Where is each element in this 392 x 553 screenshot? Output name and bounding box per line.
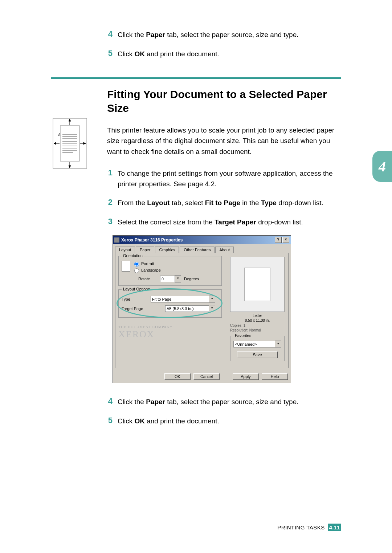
footer-page-badge: 4.11	[328, 524, 341, 531]
dropdown-arrow-icon[interactable]: ▾	[209, 296, 215, 303]
dialog-button-row: OK Cancel Apply Help	[113, 370, 291, 383]
preview-resolution: Resolution: Normal	[230, 328, 285, 332]
dropdown-arrow-icon[interactable]: ▾	[275, 341, 281, 348]
tab-panel-layout: Orientation Portrait Landscape Rotate	[115, 253, 289, 368]
target-page-dropdown[interactable]	[165, 305, 209, 312]
target-page-label: Target Page	[122, 306, 151, 311]
intro-paragraph: This printer feature allows you to scale…	[107, 125, 341, 157]
preview-paper-name: Letter	[230, 313, 285, 318]
fit-to-page-illustration: A	[51, 116, 89, 172]
save-button[interactable]: Save	[237, 351, 278, 358]
rotate-label: Rotate	[138, 277, 160, 281]
cancel-button[interactable]: Cancel	[193, 373, 220, 380]
rotate-unit: Degrees	[184, 277, 199, 281]
group-legend: Orientation	[122, 253, 144, 258]
step-text: To change the print settings from your s…	[118, 168, 341, 189]
orientation-icon	[122, 261, 130, 272]
favorites-group: Favorites ▾ Save	[230, 336, 285, 361]
tab-paper[interactable]: Paper	[136, 247, 154, 253]
preview-page-icon	[244, 268, 270, 301]
step-number: 5	[51, 48, 118, 58]
preview-paper-dim: 8.50 x 11.00 in.	[230, 318, 285, 323]
tab-about[interactable]: About	[215, 247, 234, 253]
rotate-value[interactable]	[160, 276, 175, 282]
properties-dialog: Xerox Phaser 3116 Properties ? × Layout …	[113, 235, 291, 383]
step-number: 2	[51, 197, 118, 207]
group-legend: Favorites	[233, 333, 253, 338]
step-text: Select the correct size from the Target …	[118, 216, 303, 228]
tab-graphics[interactable]: Graphics	[155, 247, 179, 253]
chapter-tab: 4	[372, 151, 392, 182]
xerox-brand: THE DOCUMENT COMPANY XEROX	[118, 325, 222, 340]
footer-section-label: PRINTING TASKS	[277, 524, 325, 530]
step-number: 4	[51, 29, 118, 39]
type-dropdown[interactable]	[151, 296, 209, 302]
dialog-title: Xerox Phaser 3116 Properties	[121, 237, 183, 243]
step-text: From the Layout tab, select Fit to Page …	[118, 197, 323, 208]
help-titlebar-button[interactable]: ?	[275, 237, 282, 243]
step-4-top: 4 Click the Paper tab, select the paper …	[51, 29, 341, 40]
step-2: 2 From the Layout tab, select Fit to Pag…	[51, 197, 341, 208]
step-number: 4	[51, 396, 118, 406]
landscape-radio[interactable]	[134, 268, 139, 273]
svg-rect-0	[114, 237, 119, 243]
ok-button[interactable]: OK	[164, 373, 191, 380]
close-titlebar-button[interactable]: ×	[282, 237, 289, 243]
orientation-group: Orientation Portrait Landscape Rotate	[118, 256, 222, 286]
brand-big: XEROX	[118, 329, 222, 340]
layout-options-group: Layout Options Type ▾ Target Page	[118, 289, 222, 318]
apply-button[interactable]: Apply	[233, 373, 259, 380]
step-text: Click OK and print the document.	[118, 415, 219, 427]
tab-other-features[interactable]: Other Features	[180, 247, 215, 253]
preview-copies: Copies: 1	[230, 324, 285, 328]
step-5-bottom: 5 Click OK and print the document.	[51, 415, 341, 427]
page-footer: PRINTING TASKS 4.11	[277, 524, 341, 531]
tab-layout[interactable]: Layout	[115, 247, 135, 253]
step-5-top: 5 Click OK and print the document.	[51, 48, 341, 60]
dropdown-arrow-icon[interactable]: ▾	[209, 305, 215, 312]
section-separator	[51, 77, 341, 79]
preview-box	[230, 257, 285, 312]
svg-rect-2	[60, 126, 79, 161]
footer-page: 11	[334, 524, 340, 530]
app-icon	[114, 237, 119, 243]
step-text: Click the Paper tab, select the paper so…	[118, 29, 299, 40]
step-number: 5	[51, 415, 118, 426]
brand-small: THE DOCUMENT COMPANY	[118, 325, 222, 329]
dropdown-arrow-icon[interactable]: ▾	[175, 275, 181, 282]
dialog-tabbar: Layout Paper Graphics Other Features Abo…	[113, 244, 291, 253]
step-text: Click the Paper tab, select the paper so…	[118, 396, 299, 407]
group-legend: Layout Options	[122, 287, 151, 291]
step-number: 3	[51, 216, 118, 227]
footer-chapter: 4.	[329, 524, 334, 530]
step-4-bottom: 4 Click the Paper tab, select the paper …	[51, 396, 341, 407]
step-3: 3 Select the correct size from the Targe…	[51, 216, 341, 228]
step-text: Click OK and print the document.	[118, 48, 219, 60]
highlight-ellipse	[117, 288, 222, 318]
portrait-radio[interactable]	[134, 262, 139, 267]
preview-pane: Letter 8.50 x 11.00 in. Copies: 1 Resolu…	[230, 257, 285, 361]
type-label: Type	[122, 297, 151, 301]
section-heading: Fitting Your Document to a Selected Pape…	[107, 88, 341, 115]
landscape-label: Landscape	[141, 268, 161, 272]
svg-text:A: A	[58, 133, 61, 137]
portrait-label: Portrait	[141, 261, 154, 266]
step-1: 1 To change the print settings from your…	[51, 168, 341, 189]
favorites-dropdown[interactable]	[233, 341, 275, 347]
help-button[interactable]: Help	[262, 373, 288, 380]
dialog-titlebar: Xerox Phaser 3116 Properties ? ×	[113, 236, 291, 244]
